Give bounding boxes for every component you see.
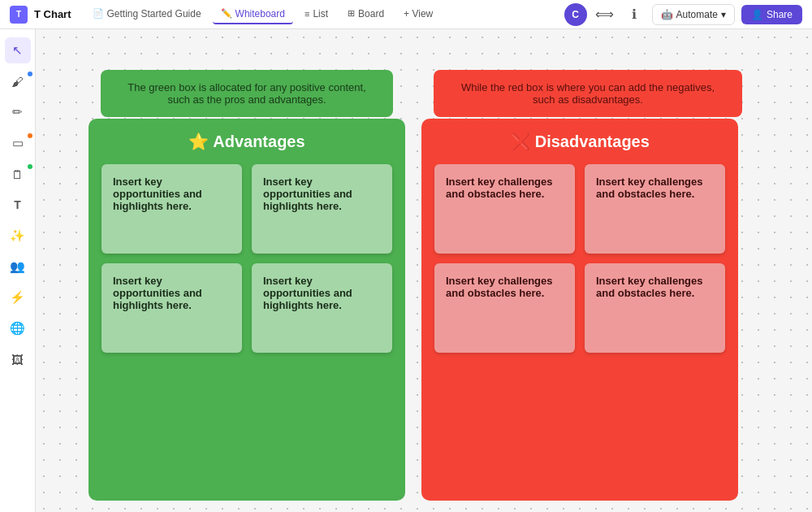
tab-board[interactable]: ⊞ Board	[339, 5, 392, 24]
app-title: T Chart	[34, 8, 71, 20]
advantage-card-4[interactable]: Insert key opportunities and highlights …	[252, 263, 392, 353]
sparkle-icon: ⚡	[10, 290, 25, 305]
info-green-box: The green box is allocated for any posit…	[101, 70, 393, 117]
advantages-title: ⭐ Advantages	[102, 132, 392, 151]
sidebar: ↖ 🖌 ✏ ▭ 🗒 T ✨ 👥 ⚡ 🌐	[0, 29, 36, 512]
info-red-box: While the red box is where you can add t…	[434, 70, 742, 117]
automate-button[interactable]: 🤖 Automate ▾	[652, 4, 735, 25]
sidebar-tool-paint[interactable]: 🖌	[5, 68, 31, 94]
sidebar-tool-image[interactable]: 🖼	[5, 346, 31, 372]
list-icon: ≡	[304, 9, 309, 19]
share-icon: 👤	[751, 9, 763, 20]
info-icon[interactable]: ℹ	[623, 3, 646, 26]
disadvantages-container: ❌ Disadvantages Insert key challenges an…	[421, 119, 738, 501]
blue-dot	[28, 72, 32, 76]
paint-icon: 🖌	[11, 75, 24, 89]
tab-whiteboard[interactable]: ✏️ Whiteboard	[213, 5, 293, 24]
sidebar-tool-cursor[interactable]: ↖	[5, 37, 31, 63]
sidebar-tool-text[interactable]: T	[5, 192, 31, 218]
tab-list[interactable]: ≡ List	[296, 5, 336, 24]
canvas: The green box is allocated for any posit…	[36, 29, 812, 512]
disadvantages-grid: Insert key challenges and obstacles here…	[434, 164, 725, 353]
advantages-container: ⭐ Advantages Insert key opportunities an…	[89, 119, 405, 501]
share-button[interactable]: 👤 Share	[741, 5, 802, 24]
sidebar-tool-magic[interactable]: ✨	[5, 223, 31, 249]
sidebar-tool-people[interactable]: 👥	[5, 254, 31, 280]
disadvantage-card-4[interactable]: Insert key challenges and obstacles here…	[585, 263, 725, 353]
sidebar-tool-rect[interactable]: ▭	[5, 130, 31, 156]
rect-icon: ▭	[12, 136, 24, 150]
disadvantage-card-3[interactable]: Insert key challenges and obstacles here…	[434, 263, 575, 353]
tab-getting-started[interactable]: 📄 Getting Started Guide	[84, 5, 209, 24]
advantage-card-1[interactable]: Insert key opportunities and highlights …	[102, 164, 242, 254]
board-icon: ⊞	[348, 8, 355, 19]
doc-icon: 📄	[93, 8, 104, 19]
pen-icon: ✏	[12, 105, 23, 119]
sidebar-tool-globe[interactable]: 🌐	[5, 315, 31, 341]
people-icon: 👥	[10, 259, 25, 274]
globe-icon: 🌐	[10, 321, 25, 336]
disadvantage-card-1[interactable]: Insert key challenges and obstacles here…	[434, 164, 575, 254]
disadvantage-card-2[interactable]: Insert key challenges and obstacles here…	[585, 164, 725, 254]
app-icon: T	[10, 6, 28, 24]
whiteboard-icon: ✏️	[221, 8, 232, 19]
tab-add-view[interactable]: + View	[395, 5, 441, 24]
main-layout: ↖ 🖌 ✏ ▭ 🗒 T ✨ 👥 ⚡ 🌐	[0, 29, 812, 512]
advantage-card-2[interactable]: Insert key opportunities and highlights …	[252, 164, 392, 254]
disadvantages-title: ❌ Disadvantages	[434, 132, 725, 151]
chevron-down-icon: ▾	[721, 9, 726, 20]
orange-dot	[28, 133, 32, 138]
topbar: T T Chart 📄 Getting Started Guide ✏️ Whi…	[0, 0, 812, 29]
expand-icon[interactable]: ⟺	[594, 3, 616, 26]
green-dot	[28, 164, 32, 169]
advantage-card-3[interactable]: Insert key opportunities and highlights …	[102, 263, 242, 353]
cursor-icon: ↖	[12, 43, 23, 58]
topbar-right: C ⟺ ℹ 🤖 Automate ▾ 👤 Share	[564, 3, 802, 26]
magic-icon: ✨	[10, 228, 25, 243]
advantages-grid: Insert key opportunities and highlights …	[102, 164, 392, 353]
text-icon: T	[14, 198, 21, 211]
sidebar-tool-note[interactable]: 🗒	[5, 161, 31, 187]
automate-icon: 🤖	[661, 9, 673, 20]
image-icon: 🖼	[11, 353, 24, 367]
avatar: C	[564, 3, 587, 26]
note-icon: 🗒	[11, 167, 24, 181]
sidebar-tool-sparkle[interactable]: ⚡	[5, 284, 31, 310]
sidebar-tool-pen[interactable]: ✏	[5, 99, 31, 125]
